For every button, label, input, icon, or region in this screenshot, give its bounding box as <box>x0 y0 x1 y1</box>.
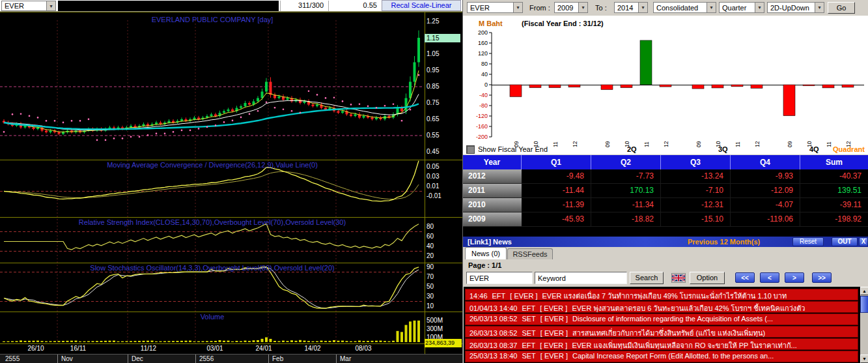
news-item-source: EFT <box>492 292 506 300</box>
news-item[interactable]: 26/03/13 08:37EFT[ EVER ]EVER แจงเพิ่มทุ… <box>465 338 858 350</box>
nav-next-button[interactable]: > <box>785 272 804 283</box>
reset-button[interactable]: Reset <box>792 237 824 246</box>
nav-last-button[interactable]: >> <box>812 272 832 283</box>
price-chart-title: EVERLAND PUBLIC COMPANY [day] <box>0 16 425 23</box>
axis-label: 300M <box>427 325 443 332</box>
search-button[interactable]: Search <box>630 272 664 284</box>
scrollbar-thumb[interactable] <box>860 296 868 313</box>
month-label: 2556 <box>199 355 214 362</box>
axis-label: 0.55 <box>427 132 439 139</box>
month-label: 2555 <box>5 355 20 362</box>
quarter-label: 2Q <box>627 145 637 153</box>
axis-label: 0.01 <box>427 182 439 190</box>
fin-symbol-combo[interactable]: EVER ▾ <box>467 2 523 13</box>
axis-label: 1.05 <box>427 50 439 57</box>
period-value: Quarter <box>722 4 746 12</box>
to-year-combo[interactable]: 2014 ▾ <box>614 2 648 13</box>
axis-label: 0.03 <box>427 173 439 180</box>
table-year-cell: 2010 <box>463 198 522 212</box>
news-item-source: EFT <box>522 304 535 312</box>
month-label: Feb <box>272 355 283 362</box>
go-button[interactable]: Go <box>828 2 855 14</box>
symbol-combo-value: EVER <box>5 2 24 10</box>
fin-symbol-value: EVER <box>470 4 490 12</box>
table-row[interactable]: 2012-9.48-7.73-13.24-9.93-40.37 <box>463 169 868 184</box>
chevron-down-icon[interactable]: ▾ <box>578 3 587 12</box>
out-button[interactable]: OUT <box>832 237 858 246</box>
news-item[interactable]: 25/03/13 18:40SET[ EVER ]Capital Increas… <box>465 351 858 362</box>
chevron-down-icon[interactable]: ▾ <box>46 1 55 10</box>
consolidated-value: Consolidated <box>656 4 698 12</box>
option-button[interactable]: Option <box>690 272 725 284</box>
news-item-title: Capital Increase Report Form (Edit Allot… <box>572 352 774 360</box>
scrollbar-up-button[interactable]: ▲ <box>860 287 868 295</box>
month-bar: 2555NovDec2556FebMar <box>0 354 462 363</box>
x-axis-date-label: 14/02 <box>300 345 326 352</box>
nav-prev-button[interactable]: < <box>760 272 779 283</box>
close-button[interactable]: X <box>859 237 868 246</box>
news-item-symbol: [ EVER ] <box>540 341 567 349</box>
table-row[interactable]: 2011-11.44170.13-7.10-12.09139.51 <box>463 184 868 198</box>
rsi-title: Relative Strength Index(CLOSE,14,30,70),… <box>0 218 425 226</box>
x-axis-date-label: 26/10 <box>23 345 49 352</box>
table-header-cell: Year <box>463 155 522 169</box>
news-symbol-input[interactable] <box>466 272 533 284</box>
table-value-cell: -13.24 <box>661 169 731 184</box>
language-flag-icon[interactable] <box>671 273 686 283</box>
news-item-symbol: [ EVER ] <box>540 315 568 323</box>
fin-chart-unit: M Baht <box>479 20 503 27</box>
scrollbar-down-button[interactable]: ▼ <box>860 355 868 363</box>
table-row[interactable]: 2010-11.39-11.34-12.31-4.07-39.11 <box>463 198 868 212</box>
view-combo[interactable]: 2D-UpDown ▾ <box>767 2 824 13</box>
news-item[interactable]: 01/04/13 14:40EFT[ EVER ]EVER พุ่งสวนตลา… <box>465 301 858 313</box>
left-toolbar: EVER ▾ 311/300 0.55 Recal Scale-Linear <box>0 0 462 12</box>
chevron-down-icon[interactable]: ▾ <box>755 3 764 12</box>
table-value-cell: -11.44 <box>522 184 591 198</box>
axis-label: 90 <box>427 263 434 270</box>
month-label: Mar <box>340 355 351 362</box>
table-value-cell: -45.93 <box>522 212 591 227</box>
axis-label: 20 <box>427 252 434 259</box>
stoch-title: Slow Stochastics Oscillator(14,3,3),Over… <box>0 264 425 272</box>
chevron-down-icon[interactable]: ▾ <box>638 3 647 12</box>
news-period-label: Previous 12 Month(s) <box>688 238 760 246</box>
news-item[interactable]: 14:46EFT[ EVER ]EVER แรงต่อเนื่อง 7 วันท… <box>465 289 858 300</box>
table-year-cell: 2009 <box>463 212 522 227</box>
recal-scale-button[interactable]: Recal Scale-Linear <box>382 0 461 11</box>
news-item-title: Disclosure of information regarding the … <box>572 315 773 323</box>
axis-label: 70 <box>427 273 434 280</box>
news-scrollbar[interactable]: ▲ ▼ <box>860 287 868 363</box>
tab-rssfeeds[interactable]: RSSFeeds <box>507 248 553 259</box>
from-year-combo[interactable]: 2009 ▾ <box>554 2 588 13</box>
fin-chart-fiscal: (Fiscal Year End : 31/12) <box>522 20 604 27</box>
news-item-time: 26/03/13 08:52 <box>469 329 517 337</box>
tab-news[interactable]: News (0) <box>465 247 507 259</box>
period-combo[interactable]: Quarter ▾ <box>719 2 764 13</box>
nav-first-button[interactable]: << <box>735 272 755 283</box>
axis-label: 10 <box>427 302 434 310</box>
symbol-combo[interactable]: EVER ▾ <box>1 1 56 11</box>
table-value-cell: -7.10 <box>661 184 731 198</box>
chevron-down-icon[interactable]: ▾ <box>513 3 522 12</box>
svg-text:0: 0 <box>484 81 488 88</box>
keyword-input[interactable] <box>535 272 627 284</box>
axis-label: 0.05 <box>427 163 439 170</box>
axis-label: 50 <box>427 283 434 290</box>
table-value-cell: 139.51 <box>800 184 868 198</box>
news-item-time: 26/03/13 08:52 <box>469 315 517 323</box>
news-item[interactable]: 26/03/13 08:52SET[ EVER ]Disclosure of i… <box>465 313 858 325</box>
news-item[interactable]: 26/03/13 08:52SET[ EVER ]สารสนเทศเกี่ยวก… <box>465 326 858 338</box>
table-value-cell: -198.92 <box>800 212 868 227</box>
table-row[interactable]: 2009-45.93-18.82-15.10-119.06-198.92 <box>463 212 868 227</box>
current-volume-label: 234,863,39 <box>425 339 462 347</box>
consolidated-combo[interactable]: Consolidated ▾ <box>653 2 716 13</box>
quote-field <box>58 1 279 11</box>
volume-title: Volume <box>0 313 425 321</box>
table-value-cell: -9.93 <box>731 169 800 184</box>
table-value-cell: -39.11 <box>800 198 868 212</box>
chevron-down-icon[interactable]: ▾ <box>815 3 824 12</box>
news-item-symbol: [ EVER ] <box>540 352 568 360</box>
fin-chart-svg: 20016012080400-40-80-120-160-20009090909… <box>463 16 868 154</box>
axis-label: 80 <box>427 223 434 230</box>
chevron-down-icon[interactable]: ▾ <box>707 3 716 12</box>
